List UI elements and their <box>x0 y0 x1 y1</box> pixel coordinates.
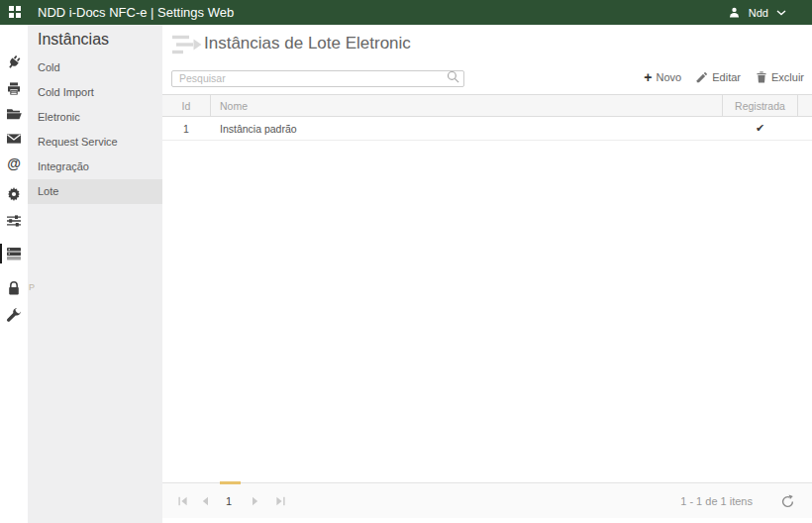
sidebar-item-cold-import[interactable]: Cold Import <box>28 80 162 105</box>
stacked-bars-icon <box>6 246 22 262</box>
refresh-icon[interactable] <box>780 494 795 509</box>
gear-icon <box>6 186 22 202</box>
last-page-button[interactable] <box>270 496 290 508</box>
rail-item-gear[interactable] <box>6 186 22 202</box>
column-header-id[interactable]: Id <box>162 95 210 116</box>
search-icon[interactable] <box>447 70 459 83</box>
table-header: Id Nome Registrada <box>162 94 812 117</box>
excluir-button-label: Excluir <box>771 71 804 83</box>
previous-page-button[interactable] <box>195 496 215 508</box>
first-page-icon <box>177 496 188 506</box>
last-page-icon <box>275 496 286 506</box>
sidebar-items: Cold Cold Import Eletronic Request Servi… <box>28 55 162 204</box>
apps-grid-icon[interactable] <box>9 6 22 19</box>
sidebar-title: Instâncias <box>38 31 109 49</box>
rail-item-printer[interactable] <box>6 81 22 97</box>
power-plug-icon <box>3 52 25 73</box>
rail-item-folder[interactable] <box>6 106 22 122</box>
rail-selection-indicator <box>0 244 2 263</box>
pager-summary: 1 - 1 de 1 itens <box>680 495 753 507</box>
user-menu[interactable]: Ndd <box>728 0 786 25</box>
main-content: Instâncias de Lote Eletronic + Novo Edit… <box>162 25 812 523</box>
sidebar: Instâncias Cold Cold Import Eletronic Re… <box>28 25 162 523</box>
column-header-nome[interactable]: Nome <box>211 95 721 116</box>
rail-item-mail[interactable] <box>6 131 22 147</box>
novo-button-label: Novo <box>657 71 682 83</box>
plus-icon: + <box>644 71 652 83</box>
row-cell-id: 1 <box>162 117 210 140</box>
search-input[interactable] <box>171 70 464 87</box>
column-header-registrada[interactable]: Registrada <box>723 95 797 116</box>
sidebar-item-lote[interactable]: Lote <box>28 179 162 204</box>
previous-page-icon <box>200 496 211 506</box>
sidebar-item-eletronic[interactable]: Eletronic <box>28 105 162 130</box>
novo-button[interactable]: + Novo <box>644 71 681 83</box>
pager-bar: 1 1 - 1 de 1 itens <box>162 482 812 518</box>
folder-icon <box>6 106 22 122</box>
sliders-icon <box>6 213 22 229</box>
pager-right: 1 - 1 de 1 itens <box>680 483 795 519</box>
icon-rail: @ <box>0 25 28 523</box>
sidebar-item-integracao[interactable]: Integração <box>28 155 162 179</box>
printer-icon <box>6 81 22 97</box>
editar-button-label: Editar <box>712 71 741 83</box>
top-bar: NDD i-Docs NFC-e | Settings Web Ndd <box>0 0 812 25</box>
row-cell-nome: Instância padrão <box>211 117 721 140</box>
next-page-icon <box>250 496 260 506</box>
mail-icon <box>6 131 22 147</box>
lock-icon <box>6 280 22 296</box>
registered-check-icon: ✔ <box>723 117 797 140</box>
app-title: NDD i-Docs NFC-e | Settings Web <box>38 0 234 25</box>
rail-item-power-plug[interactable] <box>6 54 22 70</box>
page-number[interactable]: 1 <box>219 483 239 519</box>
trash-icon <box>756 71 767 83</box>
wrench-icon <box>6 307 22 323</box>
user-icon <box>728 6 741 19</box>
page-header-icon <box>170 30 204 59</box>
rail-item-stacked-bars[interactable] <box>6 246 22 262</box>
search-box <box>171 68 464 85</box>
sidebar-item-request-service[interactable]: Request Service <box>28 130 162 155</box>
rail-item-at-sign[interactable]: @ <box>6 156 22 171</box>
chevron-down-icon <box>776 10 786 16</box>
sidebar-item-cold[interactable]: Cold <box>28 55 162 80</box>
clipped-tooltip-text: P <box>29 282 35 292</box>
editar-button[interactable]: Editar <box>696 71 741 83</box>
rail-item-lock[interactable] <box>6 280 22 296</box>
at-sign-icon: @ <box>7 156 21 171</box>
column-separator <box>797 95 798 116</box>
page-title: Instâncias de Lote Eletronic <box>204 34 411 53</box>
rail-item-wrench[interactable] <box>6 307 22 323</box>
rail-item-sliders[interactable] <box>6 213 22 229</box>
next-page-button[interactable] <box>245 496 264 508</box>
excluir-button[interactable]: Excluir <box>756 71 804 83</box>
toolbar-actions: + Novo Editar Excluir <box>644 68 804 85</box>
table-row[interactable]: 1 Instância padrão ✔ <box>162 117 812 141</box>
user-name: Ndd <box>749 7 768 19</box>
edit-pencil-icon <box>696 71 708 83</box>
first-page-button[interactable] <box>172 496 192 508</box>
